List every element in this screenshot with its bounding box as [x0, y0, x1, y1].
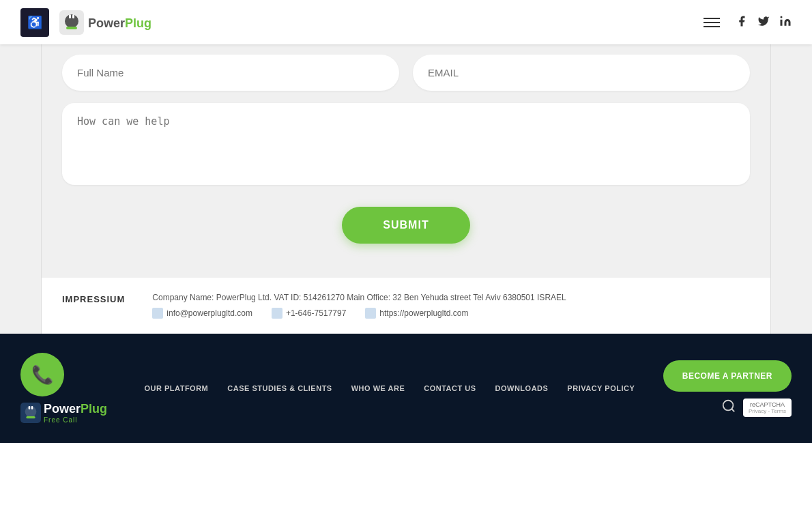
form-message-row	[62, 103, 750, 188]
message-textarea[interactable]	[62, 103, 750, 185]
footer-nav-downloads[interactable]: DOWNLOADS	[495, 384, 549, 392]
phone-text: +1-646-7517797	[286, 308, 346, 318]
linkedin-icon[interactable]	[779, 15, 792, 30]
svg-point-7	[25, 406, 37, 418]
svg-rect-9	[31, 406, 33, 409]
footer-right: BECOME A PARTNER reCAPTCHA Privacy - Ter…	[663, 360, 792, 417]
recaptcha-text: reCAPTCHA	[750, 401, 785, 408]
twitter-icon[interactable]	[757, 15, 770, 30]
logo-text: PowerPlug	[88, 14, 151, 31]
svg-point-5	[781, 16, 783, 18]
recaptcha-badge: reCAPTCHA Privacy - Terms	[743, 399, 792, 417]
footer-nav-case-studies[interactable]: CASE STUDIES & CLIENTS	[227, 384, 332, 392]
svg-rect-2	[69, 14, 71, 18]
impressium-links: info@powerplugltd.com +1-646-7517797 htt…	[152, 308, 566, 319]
footer-logo-text: PowerPlug	[44, 402, 107, 416]
email-input[interactable]	[413, 55, 750, 91]
logo-icon	[59, 10, 84, 35]
footer-bottom-actions: reCAPTCHA Privacy - Terms	[721, 399, 792, 417]
search-icon[interactable]	[721, 399, 736, 417]
footer: 📞 PowerPlug Free Call	[0, 334, 812, 443]
become-partner-button[interactable]: BECOME A PARTNER	[663, 360, 792, 392]
footer-logo: PowerPlug Free Call	[20, 402, 107, 424]
svg-point-11	[723, 400, 734, 410]
full-name-input[interactable]	[62, 55, 399, 91]
header: ♿ PowerPlug	[0, 0, 812, 44]
footer-nav: OUR PLATFORM CASE STUDIES & CLIENTS WHO …	[145, 384, 635, 392]
svg-rect-10	[26, 416, 35, 418]
impressium-info: Company Name: PowerPlug Ltd. VAT ID: 514…	[152, 293, 566, 319]
phone-call-button[interactable]: 📞	[20, 353, 64, 396]
accessibility-icon: ♿	[27, 15, 42, 30]
svg-rect-3	[72, 14, 74, 18]
email-icon	[152, 308, 163, 319]
social-icons	[736, 15, 792, 30]
svg-rect-4	[66, 27, 77, 29]
website-link[interactable]: https://powerplugltd.com	[365, 308, 468, 319]
accessibility-button[interactable]: ♿	[20, 8, 49, 37]
svg-line-12	[731, 409, 734, 411]
recaptcha-subtext: Privacy - Terms	[749, 408, 786, 414]
submit-row: SUBMIT	[62, 207, 750, 244]
phone-call-icon: 📞	[31, 364, 53, 386]
footer-nav-privacy-policy[interactable]: PRIVACY POLICY	[567, 384, 635, 392]
main-content: SUBMIT IMPRESSIUM Company Name: PowerPlu…	[0, 0, 812, 443]
website-icon	[365, 308, 376, 319]
header-left: ♿ PowerPlug	[20, 8, 151, 37]
email-link[interactable]: info@powerplugltd.com	[152, 308, 252, 319]
email-text: info@powerplugltd.com	[166, 308, 252, 318]
footer-free-call: Free Call	[44, 416, 107, 424]
form-section: SUBMIT	[41, 44, 771, 278]
company-info: Company Name: PowerPlug Ltd. VAT ID: 514…	[152, 293, 566, 302]
website-text: https://powerplugltd.com	[379, 308, 468, 318]
svg-rect-8	[29, 406, 31, 409]
logo[interactable]: PowerPlug	[59, 10, 151, 35]
facebook-icon[interactable]	[736, 15, 748, 30]
impressium-section: IMPRESSIUM Company Name: PowerPlug Ltd. …	[41, 278, 771, 334]
impressium-label: IMPRESSIUM	[62, 294, 125, 304]
svg-point-1	[65, 14, 78, 28]
header-right	[700, 14, 792, 31]
hamburger-menu[interactable]	[700, 14, 723, 31]
footer-nav-who-we-are[interactable]: WHO WE ARE	[351, 384, 405, 392]
footer-logo-icon	[20, 403, 41, 423]
form-name-email-row	[62, 55, 750, 91]
footer-logo-area: 📞 PowerPlug Free Call	[20, 353, 116, 424]
footer-nav-contact-us[interactable]: CONTACT US	[424, 384, 476, 392]
phone-link[interactable]: +1-646-7517797	[272, 308, 346, 319]
phone-icon	[272, 308, 282, 319]
footer-nav-our-platform[interactable]: OUR PLATFORM	[145, 384, 209, 392]
submit-button[interactable]: SUBMIT	[342, 207, 469, 244]
